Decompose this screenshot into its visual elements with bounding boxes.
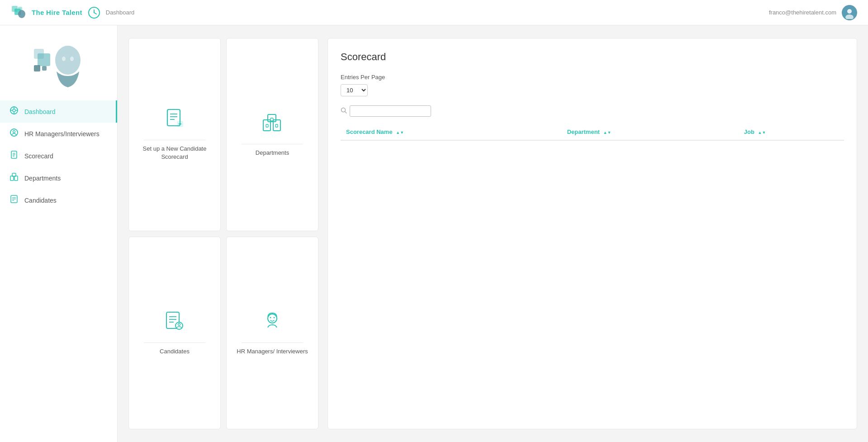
scorecard-title: Scorecard [341, 51, 844, 63]
user-email: franco@thehiretalent.com [769, 9, 836, 16]
card-label: Candidates [160, 347, 190, 356]
departments-icon [9, 172, 19, 184]
sidebar-item-candidates[interactable]: Candidates [0, 189, 117, 211]
svg-rect-46 [275, 124, 278, 127]
card-label: HR Managers/ Interviewers [237, 347, 308, 356]
svg-point-23 [13, 131, 15, 133]
clock-icon [88, 6, 100, 19]
svg-rect-11 [34, 65, 40, 71]
sidebar-nav: Dashboard HR Managers/Interviewers [0, 100, 117, 211]
svg-point-14 [62, 57, 66, 61]
sort-arrows-department: ▲▼ [603, 130, 612, 135]
nav-breadcrumb: Dashboard [106, 9, 135, 16]
card-new-scorecard[interactable]: Set up a New Candidate Scorecard [128, 38, 221, 231]
dashboard-icon [9, 106, 19, 117]
sidebar-logo [0, 29, 117, 97]
sidebar-item-label: Scorecard [24, 152, 53, 160]
topbar-left: The Hire Talent Dashboard [11, 5, 134, 20]
svg-point-8 [845, 14, 854, 19]
candidates-icon [9, 195, 19, 206]
entries-per-page-label: Entries Per Page [341, 74, 844, 81]
brand-name: The Hire Talent [32, 9, 82, 16]
svg-rect-12 [42, 66, 47, 71]
svg-line-58 [345, 112, 347, 114]
svg-point-17 [13, 109, 15, 112]
card-divider [242, 144, 303, 144]
card-hr-managers[interactable]: HR Managers/ Interviewers [226, 237, 318, 430]
topbar-right: franco@thehiretalent.com [769, 5, 857, 20]
logo-icon [11, 5, 26, 20]
card-divider [144, 342, 205, 343]
cards-panel: Set up a New Candidate Scorecard Departm… [128, 38, 318, 429]
svg-point-7 [847, 9, 852, 14]
sidebar-item-label: Dashboard [24, 108, 56, 115]
hr-managers-card-icon [261, 310, 283, 336]
sidebar-item-scorecard[interactable]: Scorecard [0, 145, 117, 167]
main-content: Set up a New Candidate Scorecard Departm… [118, 25, 868, 442]
hr-managers-icon [9, 128, 19, 139]
col-scorecard-name[interactable]: Scorecard Name ▲▼ [341, 124, 562, 140]
scorecard-icon [9, 150, 19, 162]
sidebar-item-dashboard[interactable]: Dashboard [0, 100, 117, 123]
card-divider [242, 342, 303, 343]
card-label: Departments [256, 149, 289, 157]
search-icon [341, 107, 347, 115]
svg-point-13 [55, 46, 81, 75]
entries-per-page-select[interactable]: 10 25 50 100 [341, 84, 368, 96]
sidebar-item-label: Departments [24, 175, 61, 182]
topbar: The Hire Talent Dashboard franco@thehire… [0, 0, 868, 25]
card-label: Set up a New Candidate Scorecard [136, 145, 213, 161]
col-job[interactable]: Job ▲▼ [739, 124, 844, 140]
sidebar-item-label: Candidates [24, 197, 57, 204]
scorecard-panel: Scorecard Entries Per Page 10 25 50 100 [327, 38, 857, 429]
sort-arrows-scorecard: ▲▼ [396, 130, 404, 135]
svg-point-15 [70, 57, 74, 61]
col-department[interactable]: Department ▲▼ [562, 124, 739, 140]
candidates-card-icon [164, 310, 185, 336]
sidebar: Dashboard HR Managers/Interviewers [0, 25, 118, 442]
sidebar-brand-graphic [29, 40, 88, 90]
scorecard-table: Scorecard Name ▲▼ Department ▲▼ Job ▲▼ [341, 124, 844, 141]
departments-card-icon [261, 112, 283, 138]
avatar[interactable] [842, 5, 857, 20]
svg-line-6 [94, 13, 96, 14]
svg-point-56 [274, 317, 275, 318]
card-divider [144, 140, 205, 140]
sidebar-item-label: HR Managers/Interviewers [24, 130, 100, 138]
svg-point-3 [18, 10, 25, 18]
svg-point-55 [270, 317, 271, 318]
search-row [341, 105, 844, 117]
sort-arrows-job: ▲▼ [758, 130, 766, 135]
sidebar-item-hr-managers[interactable]: HR Managers/Interviewers [0, 123, 117, 145]
svg-point-54 [268, 314, 277, 323]
card-candidates[interactable]: Candidates [128, 237, 221, 430]
search-input[interactable] [350, 105, 431, 117]
new-scorecard-icon [164, 108, 185, 133]
card-departments[interactable]: Departments [226, 38, 318, 231]
svg-rect-10 [38, 53, 50, 66]
layout: Dashboard HR Managers/Interviewers [0, 0, 868, 442]
svg-rect-45 [266, 124, 268, 127]
sidebar-item-departments[interactable]: Departments [0, 167, 117, 189]
